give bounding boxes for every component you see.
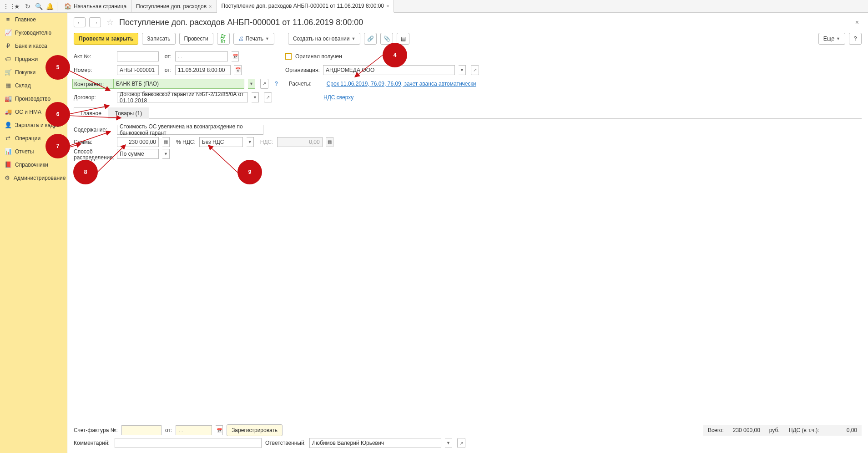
print-button[interactable]: 🖨Печать▼ (233, 33, 274, 45)
create-based-button[interactable]: Создать на основании▼ (288, 33, 360, 45)
nds-label: НДС: (260, 139, 273, 145)
contractor-input[interactable]: БАНК ВТБ (ПАО) (113, 79, 244, 89)
cart-icon: 🛒 (5, 69, 11, 76)
annotation-marker-4: 4 (383, 43, 407, 67)
contract-input[interactable]: Договор банковской гарантии №БГ-2/12/85/… (117, 92, 248, 102)
register-button[interactable]: Зарегистрировать (227, 424, 283, 436)
date-ot-label: от: (162, 67, 172, 73)
list-icon: ▤ (401, 36, 406, 42)
sf-no-input[interactable] (121, 425, 161, 435)
org-open[interactable]: ↗ (471, 65, 479, 75)
sf-date-input[interactable]: . . (176, 425, 212, 435)
nds-link[interactable]: НДС сверху (323, 94, 353, 101)
form-header: Акт №: от: . . 📅 Оригинал получен Номер:… (67, 49, 868, 104)
contractor-label: Контрагент: (72, 79, 113, 89)
page-title: Поступление доп. расходов АНБП-000001 от… (119, 18, 363, 27)
dist-label: Способраспределения: (74, 149, 113, 161)
bell-icon[interactable]: 🔔 (45, 1, 55, 11)
annotation-marker-8: 8 (73, 160, 98, 184)
help-button[interactable]: ? (849, 33, 862, 45)
post-close-button[interactable]: Провести и закрыть (74, 33, 138, 45)
sf-date-picker[interactable]: 📅 (216, 425, 223, 435)
resp-input[interactable]: Любимов Валерий Юрьевич (309, 438, 441, 448)
tab-goods[interactable]: Товары (1) (108, 107, 149, 119)
write-button[interactable]: Записать (142, 33, 175, 45)
number-input[interactable]: АНБП-000001 (117, 65, 159, 75)
date-picker[interactable]: 📅 (234, 65, 242, 75)
favorite-icon[interactable]: ☆ (106, 17, 114, 27)
act-date-input[interactable]: . . (175, 51, 228, 61)
tab-doc-current[interactable]: Поступление доп. расходов АНБП-000001 от… (217, 0, 394, 13)
chart-up-icon: 📈 (5, 29, 11, 36)
act-no-input[interactable] (117, 51, 159, 61)
original-received-checkbox[interactable] (285, 53, 292, 60)
sidebar-item-manager[interactable]: 📈Руководителю (0, 26, 67, 39)
contractor-help[interactable]: ? (275, 81, 278, 87)
annotation-marker-5: 5 (45, 55, 70, 80)
sf-label: Счет-фактура №: (74, 427, 118, 433)
post-button[interactable]: Провести (179, 33, 213, 45)
resp-dropdown[interactable]: ▼ (445, 438, 452, 448)
tab-home-label: Начальная страница (74, 3, 126, 10)
sum-label: Сумма: (74, 139, 113, 145)
pct-nds-dropdown[interactable]: ▼ (247, 137, 254, 147)
contractor-dropdown[interactable]: ▼ (248, 79, 255, 89)
history-icon[interactable]: ↻ (23, 1, 33, 11)
sum-input[interactable]: 230 000,00 (117, 137, 159, 147)
contractor-open[interactable]: ↗ (260, 79, 268, 89)
link-icon: 🔗 (367, 36, 374, 42)
resp-label: Ответственный: (265, 440, 306, 446)
close-page-button[interactable]: × (853, 18, 862, 27)
resp-open[interactable]: ↗ (457, 438, 465, 448)
contract-dropdown[interactable]: ▼ (252, 92, 259, 102)
tab-doc-list[interactable]: Поступление доп. расходов × (131, 0, 217, 13)
sidebar-item-main[interactable]: ≡Главное (0, 13, 67, 26)
totals-bar: Всего: 230 000,00 руб. НДС (в т.ч.): 0,0… (703, 425, 862, 436)
apps-icon[interactable]: ⋮⋮⋮ (1, 1, 11, 11)
tab-close-icon[interactable]: × (386, 3, 389, 9)
sidebar-item-bank[interactable]: ₽Банк и касса (0, 39, 67, 52)
tab-home[interactable]: 🏠 Начальная страница (60, 0, 131, 13)
nav-fwd-button[interactable]: → (89, 17, 101, 27)
nav-back-button[interactable]: ← (74, 17, 86, 27)
dist-input[interactable]: По сумме (117, 149, 159, 159)
sidebar-item-admin[interactable]: ⚙Администрирование (0, 171, 67, 184)
org-dropdown[interactable]: ▼ (459, 65, 466, 75)
gear-icon: ⚙ (5, 174, 10, 181)
dist-dropdown[interactable]: ▼ (162, 149, 170, 159)
act-no-label: Акт №: (74, 53, 113, 60)
sidebar-item-warehouse[interactable]: ▦Склад (0, 79, 67, 92)
truck-icon: 🚚 (5, 108, 11, 115)
related-button[interactable]: 🔗 (364, 33, 377, 45)
act-date-picker[interactable]: 📅 (232, 51, 239, 61)
calc-link[interactable]: Срок 11.06.2019, 76.09, 76.09, зачет ава… (327, 81, 476, 87)
sf-ot-label: от: (165, 427, 172, 433)
tab-close-icon[interactable]: × (209, 4, 212, 9)
org-input[interactable]: АНДРОМЕДА ООО (323, 65, 455, 75)
sum-calc-icon[interactable]: ▦ (162, 137, 170, 147)
dt-kt-button[interactable]: ДтКт (217, 33, 230, 45)
star-icon[interactable]: ★ (12, 1, 22, 11)
search-icon[interactable]: 🔍 (34, 1, 44, 11)
toolbar: Провести и закрыть Записать Провести ДтК… (67, 31, 868, 49)
menu-icon: ≡ (5, 16, 11, 23)
footer: Счет-фактура №: от: . . 📅 Зарегистрирова… (67, 420, 868, 453)
tab-doc-current-label: Поступление доп. расходов АНБП-000001 от… (222, 3, 384, 9)
person-icon: 👤 (5, 122, 11, 128)
bars-icon: 📊 (5, 148, 11, 155)
contract-open[interactable]: ↗ (264, 92, 272, 102)
more-button[interactable]: Еще▼ (818, 33, 845, 45)
pct-nds-label: % НДС: (176, 139, 196, 145)
comment-input[interactable] (115, 438, 262, 448)
detail-tabs: Главное Товары (1) (74, 107, 862, 119)
number-label: Номер: (74, 67, 113, 73)
date-input[interactable]: 11.06.2019 8:00:00 (175, 65, 231, 75)
pct-nds-input[interactable]: Без НДС (199, 137, 243, 147)
list-button[interactable]: ▤ (397, 33, 409, 45)
content-input[interactable]: Стоимость ОС увеличена на вознаграждение… (117, 125, 263, 135)
contract-label: Договор: (74, 94, 113, 101)
sidebar-item-refs[interactable]: 📕Справочники (0, 158, 67, 171)
content-area: ← → ☆ Поступление доп. расходов АНБП-000… (67, 13, 868, 453)
tab-main[interactable]: Главное (74, 107, 108, 119)
printer-icon: 🖨 (238, 36, 244, 42)
